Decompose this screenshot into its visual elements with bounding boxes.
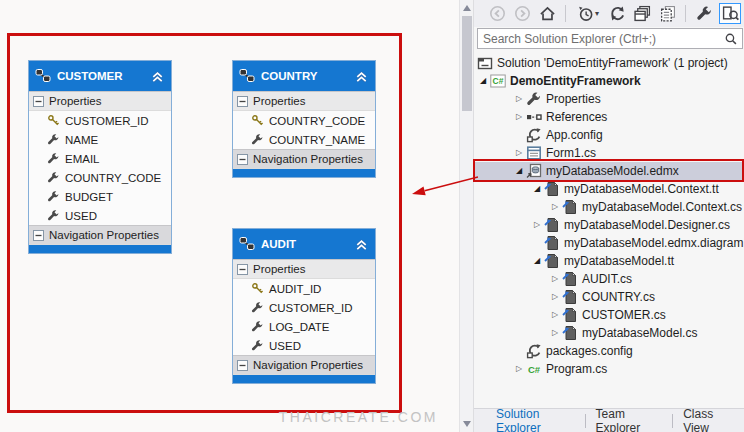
tab-team-explorer[interactable]: Team Explorer bbox=[586, 407, 673, 432]
tree-item-mydatabasemodel-tt[interactable]: ◢myDatabaseModel.tt bbox=[474, 252, 744, 270]
expander-collapsed-icon[interactable]: ▷ bbox=[530, 216, 544, 234]
properties-section-header[interactable]: Properties bbox=[233, 91, 375, 111]
expander-collapsed-icon[interactable]: ▷ bbox=[548, 288, 562, 306]
search-icon[interactable] bbox=[724, 32, 738, 46]
home-icon[interactable] bbox=[537, 3, 557, 24]
properties-section-header[interactable]: Properties bbox=[233, 259, 375, 279]
collapse-all-icon[interactable] bbox=[632, 3, 652, 24]
tree-item-properties[interactable]: ▷Properties bbox=[474, 90, 744, 108]
refresh-icon[interactable] bbox=[607, 3, 627, 24]
entity-header[interactable]: AUDIT bbox=[233, 229, 375, 259]
solution-tree: Solution 'DemoEntityFramework' (1 projec… bbox=[474, 50, 744, 408]
expander-collapsed-icon[interactable]: ▷ bbox=[512, 90, 526, 108]
back-icon bbox=[489, 5, 506, 22]
entity-property-customer-id[interactable]: CUSTOMER_ID bbox=[233, 298, 375, 317]
tree-item-customer-cs[interactable]: ▷CUSTOMER.cs bbox=[474, 306, 744, 324]
entity-property-country-code[interactable]: COUNTRY_CODE bbox=[29, 168, 171, 187]
entity-property-budget[interactable]: BUDGET bbox=[29, 187, 171, 206]
tree-item-mydatabasemodel-edmx[interactable]: ◢myDatabaseModel.edmx bbox=[474, 162, 744, 180]
entity-property-customer-id[interactable]: CUSTOMER_ID bbox=[29, 111, 171, 130]
forward-icon[interactable] bbox=[512, 3, 532, 24]
expander-collapsed-icon[interactable]: ▷ bbox=[512, 144, 526, 162]
show-all-files-icon[interactable] bbox=[657, 3, 677, 24]
forward-icon bbox=[514, 5, 531, 22]
section-label: Navigation Properties bbox=[253, 359, 363, 371]
tree-item-program-cs[interactable]: ▷Program.cs bbox=[474, 360, 744, 378]
scrollbar-up-arrow-icon[interactable] bbox=[463, 5, 471, 11]
entity-property-log-date[interactable]: LOG_DATE bbox=[233, 317, 375, 336]
preview-selected-items-icon[interactable] bbox=[719, 3, 741, 24]
entity-property-email[interactable]: EMAIL bbox=[29, 149, 171, 168]
tree-item-solution-demoentityframework-1-project[interactable]: Solution 'DemoEntityFramework' (1 projec… bbox=[474, 54, 744, 72]
scalar-property-icon bbox=[47, 190, 60, 203]
scrollbar-thumb[interactable] bbox=[462, 16, 472, 111]
tab-solution-explorer[interactable]: Solution Explorer bbox=[486, 407, 585, 432]
expander-collapsed-icon[interactable]: ▷ bbox=[512, 360, 526, 378]
expander-expanded-icon[interactable]: ◢ bbox=[512, 162, 526, 180]
entity-audit[interactable]: AUDITPropertiesAUDIT_IDCUSTOMER_IDLOG_DA… bbox=[232, 228, 376, 384]
properties-icon[interactable] bbox=[694, 3, 714, 24]
tree-item-country-cs[interactable]: ▷COUNTRY.cs bbox=[474, 288, 744, 306]
tree-item-mydatabasemodel-edmx-diagram[interactable]: myDatabaseModel.edmx.diagram bbox=[474, 234, 744, 252]
section-label: Properties bbox=[49, 95, 101, 107]
designer-vertical-scrollbar[interactable] bbox=[459, 0, 474, 432]
scalar-property-icon bbox=[251, 339, 264, 352]
tree-item-references[interactable]: ▷References bbox=[474, 108, 744, 126]
solution-explorer-panel: ▾ Search Solution Explorer (Ctrl+;) Solu… bbox=[474, 0, 744, 432]
tab-class-view[interactable]: Class View bbox=[673, 407, 744, 432]
entity-customer[interactable]: CUSTOMERPropertiesCUSTOMER_IDNAMEEMAILCO… bbox=[28, 60, 172, 254]
search-input[interactable]: Search Solution Explorer (Ctrl+;) bbox=[477, 28, 743, 49]
tree-item-packages-config[interactable]: packages.config bbox=[474, 342, 744, 360]
dropdown-caret-icon[interactable]: ▾ bbox=[595, 9, 599, 18]
expander-collapsed-icon[interactable]: ▷ bbox=[548, 306, 562, 324]
properties-section-header[interactable]: Properties bbox=[29, 91, 171, 111]
collapse-minus-icon bbox=[237, 96, 248, 107]
edmx-file-icon bbox=[526, 163, 542, 179]
entity-property-used[interactable]: USED bbox=[233, 336, 375, 355]
entity-property-audit-id[interactable]: AUDIT_ID bbox=[233, 279, 375, 298]
pending-changes-filter-icon[interactable]: ▾ bbox=[574, 3, 602, 24]
entity-property-country-code[interactable]: COUNTRY_CODE bbox=[233, 111, 375, 130]
config-file-icon bbox=[526, 343, 542, 359]
expander-collapsed-icon[interactable]: ▷ bbox=[548, 324, 562, 342]
solution-file-icon bbox=[477, 55, 493, 71]
expander-collapsed-icon[interactable]: ▷ bbox=[512, 108, 526, 126]
expander-collapsed-icon[interactable]: ▷ bbox=[548, 270, 562, 288]
scrollbar-down-arrow-icon[interactable] bbox=[463, 421, 471, 427]
tree-item-mydatabasemodel-designer-cs[interactable]: ▷myDatabaseModel.Designer.cs bbox=[474, 216, 744, 234]
scalar-property-icon bbox=[47, 152, 60, 165]
expander-expanded-icon[interactable]: ◢ bbox=[530, 180, 544, 198]
expander-collapsed-icon[interactable]: ▷ bbox=[548, 198, 562, 216]
property-name: BUDGET bbox=[65, 191, 113, 203]
entity-header[interactable]: CUSTOMER bbox=[29, 61, 171, 91]
entity-country[interactable]: COUNTRYPropertiesCOUNTRY_CODECOUNTRY_NAM… bbox=[232, 60, 376, 178]
entity-property-country-name[interactable]: COUNTRY_NAME bbox=[233, 130, 375, 149]
entity-property-used[interactable]: USED bbox=[29, 206, 171, 225]
navigation-section-header[interactable]: Navigation Properties bbox=[29, 225, 171, 245]
tree-item-audit-cs[interactable]: ▷AUDIT.cs bbox=[474, 270, 744, 288]
tree-item-label: myDatabaseModel.tt bbox=[564, 254, 674, 268]
expander-expanded-icon[interactable]: ◢ bbox=[530, 252, 544, 270]
property-name: COUNTRY_CODE bbox=[269, 115, 365, 127]
collapse-minus-icon bbox=[33, 230, 44, 241]
tree-item-mydatabasemodel-context-tt[interactable]: ◢myDatabaseModel.Context.tt bbox=[474, 180, 744, 198]
navigation-section-header[interactable]: Navigation Properties bbox=[233, 149, 375, 169]
property-name: CUSTOMER_ID bbox=[65, 115, 149, 127]
entity-name: COUNTRY bbox=[261, 70, 348, 82]
expander-expanded-icon[interactable]: ◢ bbox=[476, 72, 490, 90]
entity-header[interactable]: COUNTRY bbox=[233, 61, 375, 91]
entity-property-name[interactable]: NAME bbox=[29, 130, 171, 149]
tt-file-icon bbox=[562, 199, 578, 215]
navigation-section-header[interactable]: Navigation Properties bbox=[233, 355, 375, 375]
refresh-icon bbox=[609, 5, 626, 22]
back-icon[interactable] bbox=[487, 3, 507, 24]
tree-item-mydatabasemodel-context-cs[interactable]: ▷myDatabaseModel.Context.cs bbox=[474, 198, 744, 216]
collapse-chevron-icon[interactable] bbox=[354, 237, 369, 252]
tree-item-mydatabasemodel-cs[interactable]: ▷myDatabaseModel.cs bbox=[474, 324, 744, 342]
tree-item-app-config[interactable]: App.config bbox=[474, 126, 744, 144]
collapse-minus-icon bbox=[33, 96, 44, 107]
collapse-chevron-icon[interactable] bbox=[150, 69, 165, 84]
collapse-chevron-icon[interactable] bbox=[354, 69, 369, 84]
tree-item-demoentityframework[interactable]: ◢DemoEntityFramework bbox=[474, 72, 744, 90]
tree-item-form1-cs[interactable]: ▷Form1.cs bbox=[474, 144, 744, 162]
